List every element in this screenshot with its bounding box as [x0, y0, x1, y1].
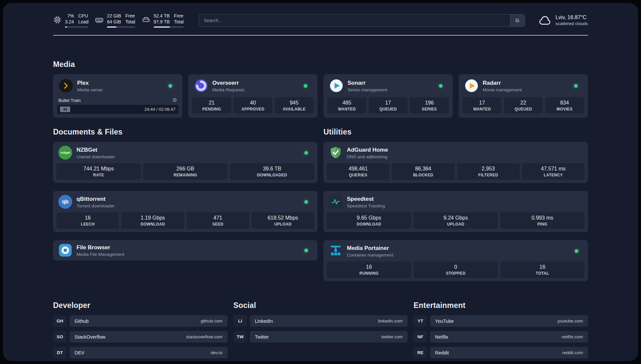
- stat-value: 40: [250, 100, 256, 106]
- app-card-nzbget[interactable]: nzbgetNZBGetUsenet downloader744.21 Mbps…: [53, 142, 318, 183]
- stat-label: QUEUED: [514, 107, 532, 111]
- status-dot: [304, 249, 308, 252]
- stat-label: UPLOAD: [274, 222, 291, 227]
- stat-value: 471: [213, 215, 222, 221]
- app-card-qbittorrent[interactable]: qbqBittorrentTorrent downloader16LEECH1.…: [53, 191, 318, 232]
- cpu-load-value: 3.24: [65, 19, 74, 25]
- status-dot: [575, 249, 578, 253]
- stat-tile: 16TOTAL: [500, 261, 585, 278]
- search-input[interactable]: [199, 14, 525, 27]
- stat-label: LATENCY: [544, 173, 563, 177]
- cpu-label-bottom: Load: [78, 19, 88, 25]
- status-dot: [168, 84, 172, 88]
- app-card-header: Media PortainerContainer management: [327, 243, 585, 258]
- app-card-filebrowser[interactable]: File BrowserMedia File Management: [53, 240, 318, 260]
- link-name: Netflix: [435, 334, 448, 340]
- app-titles: OverseerrMedia Requests: [212, 79, 245, 92]
- app-card-adguard[interactable]: AdGuard HomeDNS and adblocking498,461QUE…: [323, 142, 588, 183]
- link-name: Reddit: [435, 350, 449, 355]
- link-section-social: SocialLILinkedInlinkedin.comTWTwittertwi…: [233, 301, 408, 343]
- section-title-documents: Documents & Files: [53, 128, 318, 136]
- stats-row: 744.21 MbpsRATE266 GBREMAINING39.6 TBDOW…: [56, 160, 314, 180]
- link-linkedin[interactable]: LinkedInlinkedin.com: [250, 315, 408, 327]
- plex-icon: [59, 79, 73, 93]
- search-engine-button[interactable]: G: [510, 15, 525, 26]
- stat-value: 9.24 Gbps: [443, 215, 468, 221]
- stat-label: FILTERED: [478, 173, 498, 177]
- stat-label: RUNNING: [359, 271, 379, 276]
- player-progress-bar[interactable]: 24:44 / 02:06:47: [57, 105, 178, 114]
- stat-tile: 266 GBREMAINING: [143, 163, 228, 180]
- app-card-sonarr[interactable]: SonarrSeries management485WANTED17QUEUED…: [323, 74, 453, 118]
- stat-tile: 1.19 GbpsDOWNLOAD: [121, 212, 184, 229]
- stat-tile: 9.24 GbpsUPLOAD: [413, 212, 498, 229]
- link-stackoverflow[interactable]: StackOverflowstackoverflow.com: [70, 331, 228, 343]
- link-row-reddit: RERedditreddit.com: [413, 347, 588, 358]
- link-reddit[interactable]: Redditreddit.com: [430, 347, 588, 358]
- stat-tile: 17QUEUED: [369, 97, 408, 114]
- weather-widget[interactable]: Lviv, 16.87°C scattered clouds: [539, 15, 588, 26]
- disk-usage-bar-fill: [154, 26, 170, 28]
- disk-metric: 52.4 TB 97.9 TB Free Total: [142, 13, 184, 28]
- memory-icon: [95, 15, 104, 24]
- speedtest-icon: [329, 195, 343, 209]
- app-card-plex[interactable]: PlexMedia serverBullet Train⚙24:44 / 02:…: [53, 74, 182, 118]
- link-youtube[interactable]: YouTubeyoutube.com: [430, 315, 588, 327]
- stat-label: DOWNLOADED: [257, 173, 287, 177]
- stat-value: 2,953: [482, 166, 495, 172]
- pause-button[interactable]: [60, 106, 70, 112]
- status-dot: [304, 84, 307, 88]
- section-utilities: Utilities AdGuard HomeDNS and adblocking…: [323, 128, 588, 281]
- app-card-portainer[interactable]: Media PortainerContainer management16RUN…: [323, 240, 588, 281]
- app-card-header: RadarrMovie management: [463, 78, 584, 93]
- stat-tile: 618.52 MbpsUPLOAD: [252, 212, 314, 229]
- track-title: Bullet Train: [58, 98, 81, 103]
- player-settings-gear-icon[interactable]: ⚙: [172, 98, 177, 103]
- status-dot: [304, 151, 308, 155]
- pause-bar: [66, 108, 67, 111]
- disk-free-value: 52.4 TB: [154, 13, 170, 19]
- app-card-speedtest[interactable]: SpeedtestSpeedtest Tracking9.65 GbpsDOWN…: [323, 191, 588, 232]
- stat-tile: 196SERIES: [410, 97, 449, 114]
- system-metrics: 7% 3.24 CPU Load: [53, 13, 184, 28]
- disk-usage-bar: [154, 26, 184, 28]
- cpu-percent: 7%: [65, 13, 74, 19]
- app-card-overseerr[interactable]: OverseerrMedia Requests21PENDING40APPROV…: [188, 74, 318, 118]
- stat-tile: 22QUEUED: [504, 97, 543, 114]
- app-card-radarr[interactable]: RadarrMovie management17WANTED22QUEUED83…: [459, 74, 588, 118]
- app-titles: PlexMedia server: [77, 79, 103, 92]
- link-twitter[interactable]: Twittertwitter.com: [250, 331, 408, 343]
- memory-label-bottom: Total: [125, 19, 135, 25]
- app-titles: SonarrSeries management: [348, 79, 387, 92]
- disk-total-value: 97.9 TB: [154, 19, 170, 25]
- app-titles: AdGuard HomeDNS and adblocking: [347, 146, 388, 159]
- app-titles: SpeedtestSpeedtest Tracking: [347, 196, 385, 208]
- link-netflix[interactable]: Netflixnetflix.com: [430, 331, 588, 343]
- status-dot: [574, 84, 578, 88]
- stat-value: 16: [366, 264, 372, 270]
- search: G: [199, 14, 525, 27]
- adguard-icon: [329, 146, 343, 160]
- link-section-developer: DeveloperGHGithubgithub.comSOStackOverfl…: [53, 301, 228, 358]
- link-dev[interactable]: DEVdev.to: [70, 347, 228, 358]
- link-row-dev: DTDEVdev.to: [53, 347, 228, 358]
- stat-tile: 0.993 msPING: [500, 212, 585, 229]
- nzbget-icon: nzbget: [58, 146, 72, 160]
- link-rows: GHGithubgithub.comSOStackOverflowstackov…: [53, 315, 228, 358]
- app-card-header: SonarrSeries management: [327, 78, 449, 93]
- stat-value: 196: [425, 100, 434, 106]
- link-github[interactable]: Githubgithub.com: [70, 315, 228, 327]
- app-name: Sonarr: [348, 79, 387, 86]
- stat-tile: 0STOPPED: [413, 261, 498, 278]
- cpu-label-top: CPU: [78, 13, 88, 19]
- stat-tile: 16LEECH: [56, 212, 119, 229]
- stat-label: UPLOAD: [447, 222, 464, 227]
- stat-label: TOTAL: [536, 271, 549, 276]
- link-name: Twitter: [255, 334, 269, 340]
- link-domain: netflix.com: [562, 334, 583, 339]
- stats-row: 16LEECH1.19 GbpsDOWNLOAD471SEED618.52 Mb…: [56, 209, 314, 229]
- link-row-youtube: YTYouTubeyoutube.com: [413, 315, 588, 327]
- stat-label: STOPPED: [446, 271, 465, 276]
- disk-label-top: Free: [174, 13, 184, 19]
- link-name: StackOverflow: [75, 334, 105, 340]
